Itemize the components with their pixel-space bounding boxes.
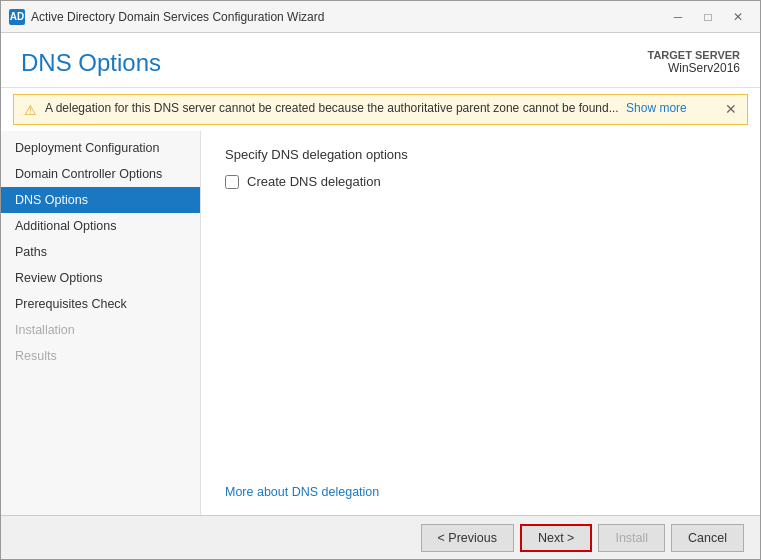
page-header: DNS Options TARGET SERVER WinServ2016 — [1, 33, 760, 88]
target-server-info: TARGET SERVER WinServ2016 — [648, 49, 741, 75]
maximize-button[interactable]: □ — [694, 7, 722, 27]
show-more-link[interactable]: Show more — [626, 101, 687, 115]
dns-delegation-checkbox[interactable] — [225, 175, 239, 189]
page-title: DNS Options — [21, 49, 161, 77]
title-bar: AD Active Directory Domain Services Conf… — [1, 1, 760, 33]
sidebar-item-review-options[interactable]: Review Options — [1, 265, 200, 291]
target-server-name: WinServ2016 — [648, 61, 741, 75]
sidebar: Deployment Configuration Domain Controll… — [1, 131, 201, 515]
title-bar-controls: ─ □ ✕ — [664, 7, 752, 27]
sidebar-item-dns-options[interactable]: DNS Options — [1, 187, 200, 213]
cancel-button[interactable]: Cancel — [671, 524, 744, 552]
dns-delegation-row: Create DNS delegation — [225, 174, 736, 189]
window-title: Active Directory Domain Services Configu… — [31, 10, 664, 24]
app-icon: AD — [9, 9, 25, 25]
install-button[interactable]: Install — [598, 524, 665, 552]
footer: < Previous Next > Install Cancel — [1, 515, 760, 559]
sidebar-item-domain-controller-options[interactable]: Domain Controller Options — [1, 161, 200, 187]
section-title: Specify DNS delegation options — [225, 147, 736, 162]
target-server-label: TARGET SERVER — [648, 49, 741, 61]
close-button[interactable]: ✕ — [724, 7, 752, 27]
warning-message: A delegation for this DNS server cannot … — [45, 101, 717, 115]
sidebar-item-additional-options[interactable]: Additional Options — [1, 213, 200, 239]
previous-button[interactable]: < Previous — [421, 524, 514, 552]
warning-banner: ⚠ A delegation for this DNS server canno… — [13, 94, 748, 125]
sidebar-item-results: Results — [1, 343, 200, 369]
warning-close-button[interactable]: ✕ — [725, 101, 737, 117]
sidebar-item-prerequisites-check[interactable]: Prerequisites Check — [1, 291, 200, 317]
sidebar-item-deployment-configuration[interactable]: Deployment Configuration — [1, 135, 200, 161]
next-button[interactable]: Next > — [520, 524, 592, 552]
dns-delegation-label[interactable]: Create DNS delegation — [247, 174, 381, 189]
more-about-dns-link[interactable]: More about DNS delegation — [225, 485, 736, 499]
warning-icon: ⚠ — [24, 102, 37, 118]
sidebar-item-paths[interactable]: Paths — [1, 239, 200, 265]
main-window: AD Active Directory Domain Services Conf… — [0, 0, 761, 560]
main-content: Deployment Configuration Domain Controll… — [1, 131, 760, 515]
sidebar-item-installation: Installation — [1, 317, 200, 343]
minimize-button[interactable]: ─ — [664, 7, 692, 27]
content-area: Specify DNS delegation options Create DN… — [201, 131, 760, 515]
